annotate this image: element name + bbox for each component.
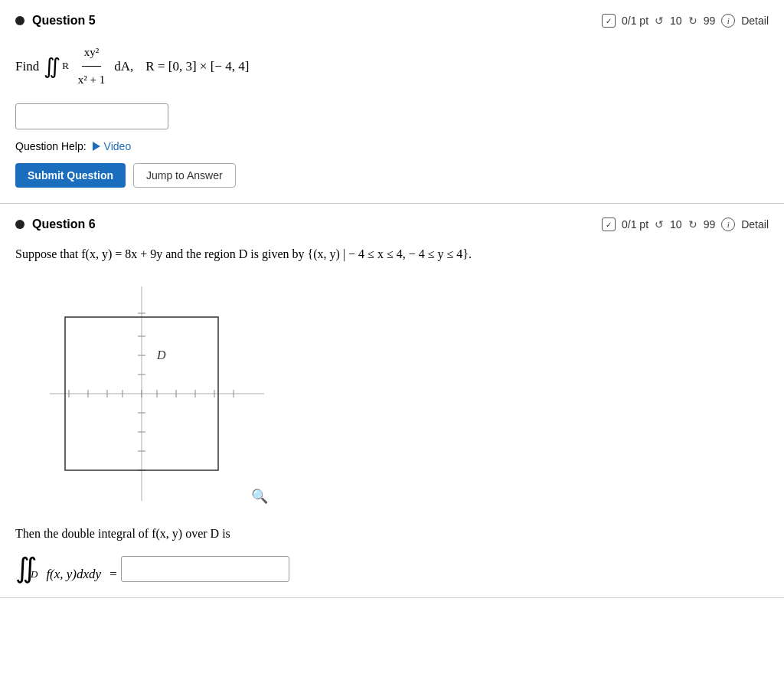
then-text: Then the double integral of f(x, y) over… xyxy=(15,527,230,540)
dA-label: dA, xyxy=(114,52,133,80)
question-6-score: 0/1 pt xyxy=(622,218,648,231)
redo-icon[interactable]: ↻ xyxy=(688,15,697,27)
question-6-bullet xyxy=(15,220,24,229)
integrand-text: f(x, y)dxdy xyxy=(46,567,101,581)
video-label: Video xyxy=(104,140,132,152)
fraction-denominator: x² + 1 xyxy=(76,67,107,93)
question-5-block: Question 5 ✓ 0/1 pt ↺ 10 ↻ 99 i Detail F… xyxy=(0,0,784,204)
question-6-text: Suppose that f(x, y) = 8x + 9y and the r… xyxy=(15,247,472,260)
question-6-block: Question 6 ✓ 0/1 pt ↺ 10 ↻ 99 i Detail S… xyxy=(0,204,784,598)
graph-container: D 🔍 xyxy=(31,275,276,512)
integral-sub-D: D xyxy=(31,568,38,581)
integrand-fraction: xy² x² + 1 xyxy=(76,40,107,93)
fraction-numerator: xy² xyxy=(82,40,102,67)
equals-sign: = xyxy=(109,567,117,582)
find-label: Find xyxy=(15,52,39,80)
magnify-icon[interactable]: 🔍 xyxy=(251,488,268,505)
checkbox-icon-q6: ✓ xyxy=(602,218,616,231)
question-5-undo-count: 10 xyxy=(670,15,682,27)
question-5-header: Question 5 ✓ 0/1 pt ↺ 10 ↻ 99 i Detail xyxy=(15,14,769,28)
question-6-then: Then the double integral of f(x, y) over… xyxy=(15,523,769,544)
question-5-detail[interactable]: Detail xyxy=(741,15,769,27)
double-integral-symbols: ∬ xyxy=(15,554,29,582)
question-6-label: Question 6 xyxy=(32,218,96,231)
question-5-bullet xyxy=(15,16,24,25)
question-6-redo-count: 99 xyxy=(704,218,716,231)
checkbox-icon: ✓ xyxy=(602,14,616,28)
play-icon xyxy=(93,142,100,151)
question-5-score: 0/1 pt xyxy=(622,15,648,27)
info-icon-q6[interactable]: i xyxy=(721,218,735,231)
question-6-answer-input[interactable] xyxy=(121,556,289,582)
redo-icon-q6[interactable]: ↻ xyxy=(688,218,697,231)
double-integral-expr: ∬ D xyxy=(15,554,38,582)
jump-to-answer-button[interactable]: Jump to Answer xyxy=(133,163,236,188)
integrand-expr: f(x, y)dxdy xyxy=(46,567,101,582)
question-5-title: Question 5 xyxy=(15,14,96,28)
question-5-redo-count: 99 xyxy=(704,15,716,27)
question-6-undo-count: 10 xyxy=(670,218,682,231)
question-5-meta: ✓ 0/1 pt ↺ 10 ↻ 99 i Detail xyxy=(602,14,769,28)
question-6-header: Question 6 ✓ 0/1 pt ↺ 10 ↻ 99 i Detail xyxy=(15,218,769,231)
question-6-body: Suppose that f(x, y) = 8x + 9y and the r… xyxy=(15,244,769,264)
region-graph: D xyxy=(31,275,276,512)
undo-icon-q6[interactable]: ↺ xyxy=(655,218,664,231)
info-icon[interactable]: i xyxy=(721,14,735,28)
video-button[interactable]: Video xyxy=(93,140,132,152)
question-5-math: Find ∬ R xy² x² + 1 dA, R = [0, 3] × [− … xyxy=(15,40,769,93)
question-6-detail[interactable]: Detail xyxy=(741,218,769,231)
question-6-integral-line: ∬ D f(x, y)dxdy = xyxy=(15,554,769,582)
question-6-title: Question 6 xyxy=(15,218,96,231)
region-label: R = [0, 3] × [− 4, 4] xyxy=(145,52,249,80)
question-5-buttons: Submit Question Jump to Answer xyxy=(15,163,769,188)
double-integral-symbol: ∬ xyxy=(44,43,60,90)
help-label: Question Help: xyxy=(15,140,87,152)
submit-question-button[interactable]: Submit Question xyxy=(15,163,126,188)
question-5-help: Question Help: Video xyxy=(15,140,769,152)
svg-text:D: D xyxy=(156,348,166,361)
question-5-answer-input[interactable] xyxy=(15,103,168,129)
undo-icon[interactable]: ↺ xyxy=(655,15,664,27)
question-5-label: Question 5 xyxy=(32,14,96,28)
integral-region-label: R xyxy=(62,55,69,77)
question-6-meta: ✓ 0/1 pt ↺ 10 ↻ 99 i Detail xyxy=(602,218,769,231)
